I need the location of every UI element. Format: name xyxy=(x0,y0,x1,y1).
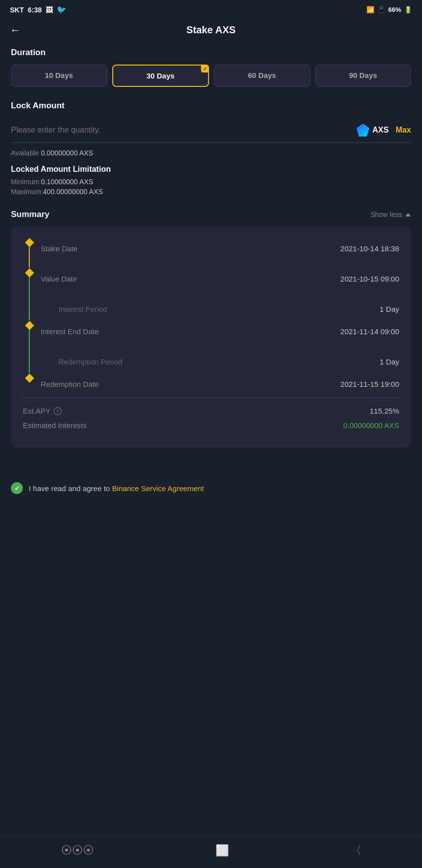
interest-period-content: Interest Period 1 Day xyxy=(41,298,399,320)
duration-row: 10 Days 30 Days 60 Days 90 Days xyxy=(11,65,411,87)
timeline-redemption-period xyxy=(23,351,36,373)
checkmark-icon: ✓ xyxy=(14,485,20,492)
value-date-value: 2021-10-15 09:00 xyxy=(341,275,399,283)
redemption-period-content: Redemption Period 1 Day xyxy=(41,351,399,373)
diamond-stake xyxy=(25,238,34,247)
main-content: Duration 10 Days 30 Days 60 Days 90 Days… xyxy=(0,43,422,467)
summary-title: Summary xyxy=(11,210,49,219)
interest-period-value: 1 Day xyxy=(380,305,399,313)
time-label: 6:38 xyxy=(28,6,42,14)
duration-30-days[interactable]: 30 Days xyxy=(112,65,210,87)
max-button[interactable]: Max xyxy=(396,126,411,135)
redemption-date-row: Redemption Date 2021-11-15 19:00 xyxy=(41,373,399,395)
summary-divider xyxy=(23,397,399,398)
photo-icon: 🖼 xyxy=(46,6,53,14)
minimum-value: 0.10000000 AXS xyxy=(41,178,93,186)
back-button[interactable]: ← xyxy=(10,24,21,37)
redemption-period-value: 1 Day xyxy=(380,358,399,366)
axs-symbol: AXS xyxy=(372,126,389,135)
nav-home-icon[interactable]: ⬜ xyxy=(215,844,229,857)
timeline-stake xyxy=(23,237,36,268)
status-bar: SKT 6:38 🖼 🐦 📶 📱 66% 🔋 xyxy=(0,0,422,17)
interest-end-label: Interest End Date xyxy=(41,327,99,336)
nav-back-icon[interactable]: 〈 xyxy=(351,843,361,858)
duration-10-days[interactable]: 10 Days xyxy=(11,65,107,87)
agreement-checkbox[interactable]: ✓ xyxy=(11,482,23,494)
interest-end-value: 2021-11-14 09:00 xyxy=(341,327,399,336)
redemption-date-label: Redemption Date xyxy=(41,380,99,388)
diamond-interest-end xyxy=(25,321,34,330)
duration-60-days[interactable]: 60 Days xyxy=(214,65,310,87)
timeline-value xyxy=(23,268,36,298)
interest-period-label: Interest Period xyxy=(59,305,107,313)
available-row: Available 0.00000000 AXS xyxy=(11,149,411,157)
available-label: Available xyxy=(11,149,39,157)
line-interest-redemption xyxy=(29,329,30,351)
page-title: Stake AXS xyxy=(186,24,235,36)
show-less-label: Show less xyxy=(370,211,402,218)
agreement-prefix: I have read and agree to xyxy=(29,484,112,493)
timeline-interest-period xyxy=(23,298,36,320)
info-icon[interactable]: i xyxy=(54,407,62,415)
battery-label: 66% xyxy=(388,6,401,13)
maximum-label: Maximum: xyxy=(11,188,43,196)
battery-icon: 🔋 xyxy=(404,6,412,13)
agreement-link[interactable]: Binance Service Agreement xyxy=(112,484,204,493)
est-apy-label: Est.APY i xyxy=(23,407,62,415)
redemption-date-value: 2021-11-15 19:00 xyxy=(341,380,399,388)
line-redemption xyxy=(29,351,30,373)
carrier-label: SKT xyxy=(10,6,24,14)
summary-card: Stake Date 2021-10-14 18:38 Value Date 2… xyxy=(11,226,411,447)
diamond-redemption xyxy=(25,373,34,382)
available-value: 0.00000000 AXS xyxy=(41,149,93,157)
wifi-icon: 📶 xyxy=(366,6,374,13)
quantity-input[interactable] xyxy=(11,126,356,135)
summary-header: Summary Show less xyxy=(11,210,411,219)
agreement-row: ✓ I have read and agree to Binance Servi… xyxy=(0,472,422,504)
duration-label: Duration xyxy=(11,48,411,58)
stake-date-value: 2021-10-14 18:38 xyxy=(341,244,399,253)
timeline-interest-end xyxy=(23,320,36,351)
stake-date-row: Stake Date 2021-10-14 18:38 xyxy=(41,237,399,260)
est-apy-value: 115.25% xyxy=(370,407,399,415)
est-apy-row: Est.APY i 115.25% xyxy=(23,400,399,418)
stake-date-label: Stake Date xyxy=(41,244,77,253)
bottom-nav: ⦿⦿⦿ ⬜ 〈 xyxy=(0,836,422,868)
minimum-label: Minimum: xyxy=(11,178,41,186)
redemption-period-row: Redemption Period 1 Day xyxy=(41,351,399,373)
value-date-label: Value Date xyxy=(41,275,77,283)
estimated-interests-row: Estimated Interests 0.00000000 AXS xyxy=(23,418,399,436)
lock-amount-section: Lock Amount AXS Max Available 0.00000000… xyxy=(11,101,411,196)
nav-menu-icon[interactable]: ⦿⦿⦿ xyxy=(61,844,94,857)
lock-amount-label: Lock Amount xyxy=(11,101,411,111)
maximum-row: Maximum:400.00000000 AXS xyxy=(11,188,411,196)
page-header: ← Stake AXS xyxy=(0,17,422,43)
duration-90-days[interactable]: 90 Days xyxy=(315,65,412,87)
interest-end-row: Interest End Date 2021-11-14 09:00 xyxy=(41,320,399,343)
agreement-text: I have read and agree to Binance Service… xyxy=(29,484,204,493)
interest-period-row: Interest Period 1 Day xyxy=(41,298,399,320)
limitation-section: Locked Amount Limitation Minimum:0.10000… xyxy=(11,165,411,196)
line-interest xyxy=(29,298,30,320)
limitation-title: Locked Amount Limitation xyxy=(11,165,411,174)
status-right: 📶 📱 66% 🔋 xyxy=(366,6,412,13)
interest-end-content: Interest End Date 2021-11-14 09:00 xyxy=(41,320,399,351)
axs-icon xyxy=(356,124,369,137)
amount-input-row: AXS Max xyxy=(11,118,411,143)
value-date-content: Value Date 2021-10-15 09:00 xyxy=(41,268,399,298)
line-stake-value xyxy=(29,246,30,268)
estimated-interests-value: 0.00000000 AXS xyxy=(343,421,399,430)
axs-badge: AXS Max xyxy=(356,124,411,137)
minimum-row: Minimum:0.10000000 AXS xyxy=(11,178,411,186)
show-less-button[interactable]: Show less xyxy=(370,211,411,218)
line-value-interest xyxy=(29,276,30,298)
stake-date-content: Stake Date 2021-10-14 18:38 xyxy=(41,237,399,268)
signal-icon: 📱 xyxy=(377,6,385,13)
diamond-value xyxy=(25,268,34,277)
twitter-icon: 🐦 xyxy=(57,5,67,14)
maximum-value: 400.00000000 AXS xyxy=(43,188,103,196)
status-left: SKT 6:38 🖼 🐦 xyxy=(10,5,67,14)
timeline-redemption-date xyxy=(23,373,36,381)
chevron-up-icon xyxy=(405,213,411,217)
redemption-period-label: Redemption Period xyxy=(59,358,122,366)
